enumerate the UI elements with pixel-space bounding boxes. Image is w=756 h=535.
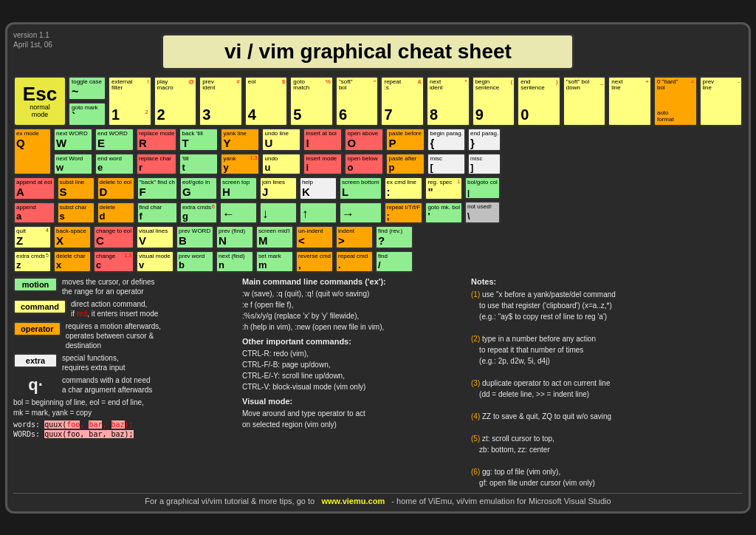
- key-backslash: not used! \: [464, 201, 501, 224]
- key-dot: repeat cmd .: [335, 251, 374, 273]
- key-U-upper: undo line U: [261, 128, 301, 151]
- key-plus: nextline +: [608, 76, 652, 126]
- visual-title: Visual mode:: [242, 397, 464, 406]
- esc-label: Esc: [23, 84, 57, 103]
- key-d-lower: delete d: [97, 202, 135, 224]
- key-O-upper: open above O: [344, 128, 384, 151]
- key-n-lower: next (find) n: [216, 251, 254, 273]
- key-C-upper: change to eol C: [93, 225, 134, 249]
- key-y-lower: yank y 1,3: [220, 153, 260, 175]
- key-u-lower: undo u: [261, 153, 301, 175]
- key-8: nextident * 8: [426, 76, 470, 126]
- cmdline-title: Main command line commands ('ex'):: [242, 277, 464, 286]
- key-D-upper: delete to eol D: [97, 177, 135, 200]
- key-A-upper: append at eol A: [13, 177, 55, 200]
- key-z-lower: extra cmds z 5: [13, 251, 52, 273]
- key-M-upper: screen mid'l M: [255, 225, 294, 249]
- key-0: endsentence ) 0: [517, 76, 561, 126]
- key-x-lower: delete char x: [53, 251, 92, 273]
- other-cmds-content: CTRL-R: redo (vim), CTRL-F/-B: page up/d…: [242, 348, 464, 392]
- footer-url[interactable]: www.viemu.com: [321, 497, 385, 505]
- version-text: version 1.1 April 1st, 06: [13, 30, 52, 50]
- key-R-upper: replace mode R: [136, 128, 177, 151]
- row-qwerty: ex mode Q next WORD W next Word w end WO…: [13, 128, 743, 175]
- notes-content: (1) use "x before a yank/paste/del comma…: [471, 289, 743, 488]
- esc-key: Esc normalmode: [13, 76, 66, 126]
- key-h-lower: ←: [219, 202, 258, 224]
- key-L-upper: screen bottom L: [339, 177, 382, 200]
- key-gt: indent >: [335, 225, 374, 249]
- other-cmds-title: Other important commands:: [242, 337, 464, 346]
- motion-badge: motion: [13, 277, 58, 292]
- key-p-lower: paste after p: [385, 153, 425, 175]
- words-example: words: quux(foo, bar, baz);: [13, 420, 235, 429]
- key-a-lower: append a: [13, 202, 55, 224]
- key-G-upper: eof/goto ln G: [179, 177, 218, 200]
- operator-badge: operator: [13, 321, 61, 336]
- key-5: gotomatch % 5: [289, 76, 334, 126]
- key-X-upper: back-space X: [53, 225, 92, 249]
- key-W-upper: next WORD W: [53, 128, 93, 151]
- key-F-upper: "back" find ch F: [137, 177, 178, 200]
- key-3: prevident # 3: [199, 76, 243, 126]
- key-I-upper: insert at bol I: [303, 128, 343, 151]
- key-m-lower: set mark m: [255, 251, 294, 273]
- key-b-lower: prev word b: [176, 251, 214, 273]
- page-title: vi / vim graphical cheat sheet: [178, 40, 557, 64]
- key-Q: ex mode Q: [13, 128, 52, 175]
- key-V-upper: visual lines V: [136, 225, 174, 249]
- row-asdf: append at eol A append a subst line S su…: [13, 177, 743, 224]
- key-6: "soft"bol ^ 6: [335, 76, 379, 126]
- key-equals: 0 "hard"bol = autoformat: [653, 76, 698, 126]
- key-lt: un-indent <: [295, 225, 334, 249]
- key-t-lower: 'till t: [179, 153, 219, 175]
- key-apos: goto mk. bol ': [425, 202, 463, 224]
- key-brace-open2: misc [: [427, 153, 465, 175]
- tilde-key: toggle case ~: [68, 76, 106, 100]
- command-desc: direct action command,if red, it enters …: [71, 299, 158, 318]
- command-badge: command: [13, 299, 66, 314]
- key-P-upper: paste before P: [385, 128, 425, 151]
- key-J-upper: join lines J: [259, 177, 298, 200]
- key-9: beginsentence ( 9: [472, 76, 516, 126]
- footer-text: For a graphical vi/vim tutorial & more t…: [145, 497, 315, 505]
- key-brace-open: begin parag. {: [427, 128, 465, 151]
- title-box: vi / vim graphical cheat sheet: [161, 33, 574, 70]
- extra-desc: special functions,requires extra input: [62, 353, 126, 372]
- key-f-lower: find char f: [137, 202, 178, 224]
- legend-right: Notes: (1) use "x before a yank/paste/de…: [471, 277, 743, 488]
- legend-extra: extra special functions,requires extra i…: [13, 353, 235, 372]
- key-T-upper: back 'till T: [179, 128, 219, 151]
- key-minus: prevline -: [699, 76, 743, 126]
- key-o-lower: open below o: [344, 153, 384, 175]
- esc-sublabel: normalmode: [30, 103, 50, 118]
- key-slash: find /: [375, 251, 413, 273]
- key-underscore: "soft" boldown _: [563, 76, 607, 126]
- key-7: repeat:s & 7: [380, 76, 425, 126]
- operator-desc: requires a motion afterwards,operates be…: [66, 321, 162, 350]
- cmdline-content: :w (save), :q (quit), :q! (quit w/o savi…: [242, 288, 464, 333]
- key-B-upper: prev WORD B: [176, 225, 214, 249]
- key-comma: reverse cmd ,: [295, 251, 334, 273]
- legend-operator: operator requires a motion afterwards,op…: [13, 321, 235, 350]
- key-quote: reg. spec " 1: [425, 177, 463, 200]
- extra-badge: extra: [13, 353, 58, 368]
- dot-symbol: q·: [13, 375, 58, 395]
- key-v-lower: visual mode v: [136, 251, 174, 273]
- abbr-defs: bol = beginning of line, eol = end of li…: [13, 398, 235, 418]
- motion-desc: moves the cursor, or definesthe range fo…: [62, 277, 155, 296]
- key-s-lower: subst char s: [57, 202, 95, 224]
- key-l-lower: →: [339, 202, 382, 224]
- footer-suffix: - home of ViEmu, vi/vim emulation for Mi…: [391, 497, 611, 505]
- key-H-upper: screen top H: [219, 177, 258, 200]
- legend-motion: motion moves the cursor, or definesthe r…: [13, 277, 235, 296]
- key-question: find (rev.) ?: [375, 225, 413, 249]
- key-Z-upper: quit Z 4: [13, 225, 52, 249]
- words-example2: WORDs: quux(foo, bar, baz);: [13, 430, 235, 438]
- backtick-key: goto mark `: [68, 102, 106, 126]
- key-i-lower: insert mode i: [303, 153, 343, 175]
- key-bol-goto: bol/goto col |: [464, 177, 501, 200]
- legend-command: command direct action command,if red, it…: [13, 299, 235, 318]
- key-brace-close2: misc ]: [467, 153, 501, 175]
- key-r-lower: replace char r: [136, 153, 177, 175]
